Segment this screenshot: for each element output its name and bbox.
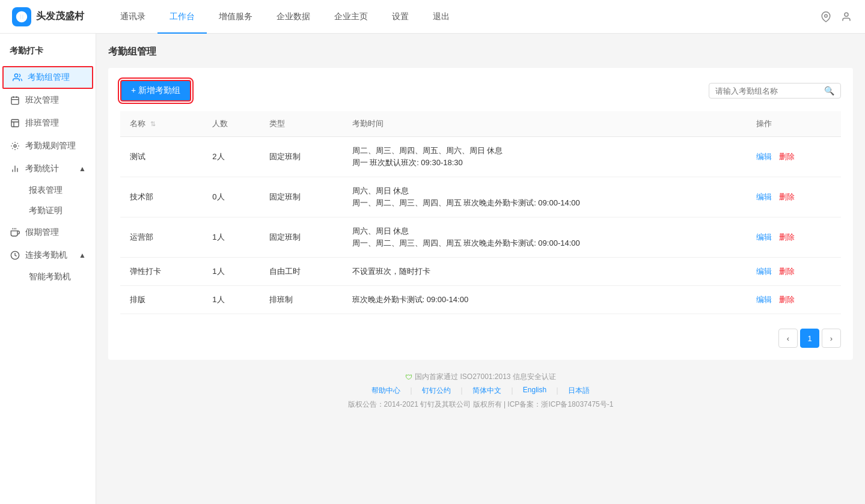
edit-button-2[interactable]: 编辑 — [756, 232, 772, 243]
location-icon[interactable] — [819, 10, 833, 23]
footer-english[interactable]: English — [516, 386, 554, 396]
sidebar-label-scheduling: 排班管理 — [25, 118, 59, 129]
sidebar-sub-machine: 智能考勤机 — [0, 267, 96, 287]
nav-menu: 通讯录 工作台 增值服务 企业数据 企业主页 设置 退出 — [108, 0, 819, 34]
chart-icon — [10, 163, 20, 174]
cell-name-2: 运营部 — [120, 217, 203, 258]
cell-actions-0: 编辑 删除 — [747, 137, 841, 177]
sidebar-item-cert[interactable]: 考勤证明 — [19, 201, 96, 221]
nav-settings[interactable]: 设置 — [380, 0, 421, 34]
cell-type-2: 固定班制 — [260, 217, 342, 258]
footer-help[interactable]: 帮助中心 — [364, 386, 408, 396]
cell-type-4: 排班制 — [260, 286, 342, 314]
user-group-icon — [12, 72, 23, 83]
sidebar-sub-reports: 报表管理 考勤证明 — [0, 180, 96, 221]
sidebar-item-stats[interactable]: 考勤统计 ▲ — [0, 157, 96, 180]
sidebar-label-machine-connect: 连接考勤机 — [25, 250, 67, 261]
sidebar: 考勤打卡 考勤组管理 班次管理 — [0, 34, 96, 504]
cell-type-0: 固定班制 — [260, 137, 342, 177]
sidebar-item-attendance-group[interactable]: 考勤组管理 — [2, 66, 93, 89]
sidebar-item-report[interactable]: 报表管理 — [19, 180, 96, 201]
sidebar-item-machine-connect[interactable]: 连接考勤机 ▲ — [0, 244, 96, 267]
cell-count-4: 1人 — [203, 286, 260, 314]
delete-button-0[interactable]: 删除 — [779, 151, 795, 162]
page-title: 考勤组管理 — [108, 46, 853, 58]
prev-page-button[interactable]: ‹ — [778, 329, 798, 348]
svg-rect-7 — [11, 120, 19, 127]
sidebar-label-report: 报表管理 — [29, 185, 63, 196]
content-card: + 新增考勤组 🔍 名称 ⇅ 人数 类型 — [108, 68, 853, 360]
edit-button-3[interactable]: 编辑 — [756, 266, 772, 277]
edit-button-4[interactable]: 编辑 — [756, 294, 772, 305]
delete-button-2[interactable]: 删除 — [779, 232, 795, 243]
svg-point-0 — [825, 14, 828, 17]
sidebar-item-rules[interactable]: 考勤规则管理 — [0, 135, 96, 157]
search-input[interactable] — [715, 87, 821, 96]
nav-enterprise-home[interactable]: 企业主页 — [322, 0, 380, 34]
edit-button-1[interactable]: 编辑 — [756, 192, 772, 202]
copyright-text: 版权公告：2014-2021 钉钉及其联公司 版权所有 | ICP备案：浙ICP… — [108, 399, 853, 410]
cert-icon: 🛡 — [405, 373, 412, 381]
search-icon[interactable]: 🔍 — [824, 86, 834, 96]
delete-button-3[interactable]: 删除 — [779, 266, 795, 277]
palm-icon — [10, 227, 20, 238]
nav-value-services[interactable]: 增值服务 — [207, 0, 264, 34]
sidebar-item-scheduling[interactable]: 排班管理 — [0, 112, 96, 135]
cell-actions-2: 编辑 删除 — [747, 217, 841, 258]
table-header-row: 名称 ⇅ 人数 类型 考勤时间 操作 — [120, 111, 841, 137]
nav-contacts[interactable]: 通讯录 — [108, 0, 157, 34]
cell-time-3: 不设置班次，随时打卡 — [343, 258, 747, 286]
top-right-icons — [819, 10, 853, 23]
pagination: ‹ 1 › — [120, 329, 841, 348]
nav-workbench[interactable]: 工作台 — [157, 0, 207, 34]
delete-button-4[interactable]: 删除 — [779, 294, 795, 305]
footer-simplified-chinese[interactable]: 简体中文 — [465, 386, 509, 396]
cell-count-3: 1人 — [203, 258, 260, 286]
main-layout: 考勤打卡 考勤组管理 班次管理 — [0, 34, 865, 504]
cell-time-0: 周二、周三、周四、周五、周六、周日 休息周一 班次默认班次: 09:30-18:… — [343, 137, 747, 177]
sidebar-item-smart-machine[interactable]: 智能考勤机 — [19, 267, 96, 287]
sidebar-label-smart-machine: 智能考勤机 — [29, 272, 71, 282]
cell-actions-1: 编辑 删除 — [747, 177, 841, 217]
clock-icon — [10, 250, 20, 261]
add-btn-wrapper: + 新增考勤组 — [120, 80, 191, 102]
sidebar-item-leave[interactable]: 假期管理 — [0, 221, 96, 244]
col-count: 人数 — [203, 111, 260, 137]
sidebar-label-stats: 考勤统计 — [25, 163, 59, 174]
col-name: 名称 ⇅ — [120, 111, 203, 137]
nav-logout[interactable]: 退出 — [421, 0, 462, 34]
attendance-table: 名称 ⇅ 人数 类型 考勤时间 操作 测试 2人 固定班制 周二、周三、周四、周… — [120, 111, 841, 314]
table-row: 技术部 0人 固定班制 周六、周日 休息周一、周二、周三、周四、周五 班次晚走外… — [120, 177, 841, 217]
user-circle-icon[interactable] — [840, 10, 853, 23]
cell-count-2: 1人 — [203, 217, 260, 258]
cell-count-0: 2人 — [203, 137, 260, 177]
sidebar-title: 考勤打卡 — [0, 41, 96, 66]
cell-actions-3: 编辑 删除 — [747, 258, 841, 286]
footer-links: 帮助中心 ｜ 钉钉公约 ｜ 简体中文 ｜ English ｜ 日本語 — [108, 386, 853, 396]
main-content: 考勤组管理 + 新增考勤组 🔍 名称 ⇅ — [96, 34, 865, 504]
logo-area[interactable]: 头发茂盛村 — [12, 7, 84, 26]
delete-button-1[interactable]: 删除 — [779, 192, 795, 202]
add-group-button[interactable]: + 新增考勤组 — [120, 80, 191, 102]
search-box: 🔍 — [709, 83, 841, 99]
page-1-button[interactable]: 1 — [800, 329, 819, 348]
cell-count-1: 0人 — [203, 177, 260, 217]
table-row: 测试 2人 固定班制 周二、周三、周四、周五、周六、周日 休息周一 班次默认班次… — [120, 137, 841, 177]
footer-policy[interactable]: 钉钉公约 — [415, 386, 458, 396]
rules-icon — [10, 141, 20, 151]
cell-name-1: 技术部 — [120, 177, 203, 217]
svg-point-1 — [845, 13, 848, 16]
edit-button-0[interactable]: 编辑 — [756, 151, 772, 162]
schedule-icon — [10, 118, 20, 129]
sidebar-item-shift-management[interactable]: 班次管理 — [0, 89, 96, 112]
svg-point-2 — [14, 74, 17, 77]
footer-japanese[interactable]: 日本語 — [561, 386, 597, 396]
next-page-button[interactable]: › — [822, 329, 841, 348]
cert-text: 国内首家通过 ISO27001:2013 信息安全认证 — [415, 372, 556, 382]
svg-point-8 — [14, 145, 16, 147]
nav-enterprise-data[interactable]: 企业数据 — [264, 0, 322, 34]
sidebar-label-shift-management: 班次管理 — [25, 95, 59, 106]
sidebar-label-attendance-group: 考勤组管理 — [28, 72, 70, 83]
col-time: 考勤时间 — [343, 111, 747, 137]
cell-name-0: 测试 — [120, 137, 203, 177]
